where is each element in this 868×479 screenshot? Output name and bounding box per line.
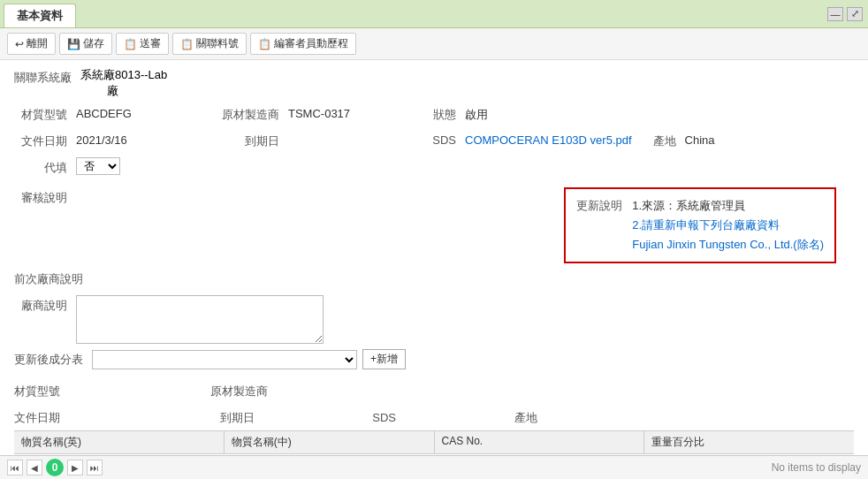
raw-vendor-label: 原材製造商 <box>217 104 288 123</box>
sds-label: SDS <box>430 131 465 147</box>
prev-page-button[interactable]: ◀ <box>27 460 42 475</box>
maximize-button[interactable]: ⤢ <box>847 7 863 21</box>
last-page-button[interactable]: ⏭ <box>87 460 103 475</box>
sds-value[interactable]: COMPOCERAN E103D ver5.pdf <box>465 131 650 147</box>
origin-label: 產地 <box>650 131 685 149</box>
review-row: 審核說明 更新說明 1.來源：系統廠管理員 2.請重新申報下列台廠廠資料 Fuj… <box>14 187 854 263</box>
tab-basic-info[interactable]: 基本資料 <box>4 4 76 27</box>
first-page-button[interactable]: ⏮ <box>7 460 23 475</box>
update-category-label: 更新後成分表 <box>14 349 92 368</box>
connected-system-label: 關聯系統廠 <box>14 67 80 86</box>
window-controls: — ⤢ <box>827 4 868 27</box>
form-section: 關聯系統廠 系統廠8013--Lab 廠 材質型號 ABCDEFG 原材製造商 … <box>14 67 854 427</box>
raw-vendor-value: TSMC-0317 <box>288 104 430 120</box>
dropdown-row: +新增 <box>92 349 406 369</box>
sub-origin-label: 產地 <box>511 407 546 426</box>
col-material-en: 物質名稱(英) <box>14 431 225 453</box>
history-icon: 📋 <box>258 38 271 50</box>
content-area: 關聯系統廠 系統廠8013--Lab 廠 材質型號 ABCDEFG 原材製造商 … <box>0 60 868 455</box>
col-cas-no: CAS No. <box>435 431 645 453</box>
review-label: 審核說明 <box>14 187 76 206</box>
bottom-table: 物質名稱(英) 物質名稱(中) CAS No. 重量百分比 <box>14 430 854 455</box>
toolbar: ↩ 離開 💾 儲存 📋 送審 📋 關聯料號 📋 編審者員動歷程 <box>0 28 868 60</box>
category-select[interactable] <box>92 350 357 369</box>
table-header: 物質名稱(英) 物質名稱(中) CAS No. 重量百分比 <box>14 431 854 454</box>
substitute-label: 代填 <box>14 157 76 176</box>
prev-vendor-row: 前次廠商說明 <box>14 269 854 290</box>
doc-date-label: 文件日期 <box>14 131 76 149</box>
prev-vendor-label: 前次廠商說明 <box>14 269 92 287</box>
substitute-row: 代填 否 是 <box>14 157 854 179</box>
no-items-text: No items to display <box>772 461 861 474</box>
sub-doc-date-label: 文件日期 <box>14 407 69 426</box>
connected-system-value: 系統廠8013--Lab <box>80 67 167 83</box>
substitute-select[interactable]: 否 是 <box>76 157 120 175</box>
current-page-indicator: 0 <box>46 459 64 476</box>
sub-sds-label: SDS <box>369 408 405 424</box>
leave-icon: ↩ <box>15 38 24 50</box>
submit-icon: 📋 <box>124 38 137 50</box>
sub-expiry-label: 到期日 <box>210 407 263 426</box>
main-container: 基本資料 — ⤢ ↩ 離開 💾 儲存 📋 送審 📋 關聯料號 <box>0 0 868 479</box>
leave-button[interactable]: ↩ 離開 <box>7 33 56 55</box>
pagination: ⏮ ◀ 0 ▶ ⏭ <box>7 459 103 476</box>
material-row: 材質型號 ABCDEFG 原材製造商 TSMC-0317 狀態 啟用 <box>14 104 854 125</box>
sub-vendor-label: 原材製造商 <box>210 381 277 399</box>
sub-date-row: 文件日期 到期日 SDS 產地 <box>14 406 854 427</box>
expiry-date-value <box>288 131 430 133</box>
update-content: 1.來源：系統廠管理員 2.請重新申報下列台廠廠資料 Fujian Jinxin… <box>632 196 824 255</box>
col-material-zh: 物質名稱(中) <box>225 431 435 453</box>
update-category-row: 更新後成分表 +新增 <box>14 349 854 370</box>
vendor-desc-textarea[interactable] <box>76 295 324 344</box>
history-button[interactable]: 📋 編審者員動歷程 <box>250 33 356 55</box>
related-icon: 📋 <box>180 38 194 50</box>
table-footer: ⏮ ◀ 0 ▶ ⏭ No items to display <box>0 455 868 479</box>
next-page-button[interactable]: ▶ <box>67 460 83 475</box>
col-weight-pct: 重量百分比 <box>644 431 854 453</box>
add-button[interactable]: +新增 <box>362 349 406 369</box>
connected-system-sub: 廠 <box>80 83 167 99</box>
update-line2: 2.請重新申報下列台廠廠資料 <box>632 218 780 232</box>
related-part-button[interactable]: 📋 關聯料號 <box>172 33 247 55</box>
material-type-label: 材質型號 <box>14 104 76 123</box>
origin-value: China <box>685 131 733 147</box>
submit-review-button[interactable]: 📋 送審 <box>116 33 169 55</box>
material-type-value: ABCDEFG <box>76 104 217 120</box>
vendor-desc-label: 廠商說明 <box>14 295 76 314</box>
vendor-desc-row: 廠商說明 <box>14 295 854 344</box>
tab-bar: 基本資料 — ⤢ <box>0 0 868 28</box>
update-label: 更新說明 <box>576 199 622 212</box>
minimize-button[interactable]: — <box>827 7 843 21</box>
expiry-date-label: 到期日 <box>217 131 288 149</box>
date-row: 文件日期 2021/3/16 到期日 SDS COMPOCERAN E103D … <box>14 131 854 152</box>
connected-system-value-group: 系統廠8013--Lab 廠 <box>80 67 167 99</box>
save-icon: 💾 <box>67 38 80 50</box>
update-line3: Fujian Jinxin Tungsten Co., Ltd.(除名) <box>632 238 824 251</box>
sub-form-row: 材質型號 原材製造商 <box>14 379 854 400</box>
status-label: 狀態 <box>430 104 465 123</box>
sub-material-label: 材質型號 <box>14 381 69 399</box>
update-review-box: 更新說明 1.來源：系統廠管理員 2.請重新申報下列台廠廠資料 Fujian J… <box>564 187 836 263</box>
save-button[interactable]: 💾 儲存 <box>59 33 112 55</box>
connected-system-row: 關聯系統廠 系統廠8013--Lab 廠 <box>14 67 854 99</box>
status-value: 啟用 <box>465 104 506 123</box>
doc-date-value: 2021/3/16 <box>76 131 217 147</box>
